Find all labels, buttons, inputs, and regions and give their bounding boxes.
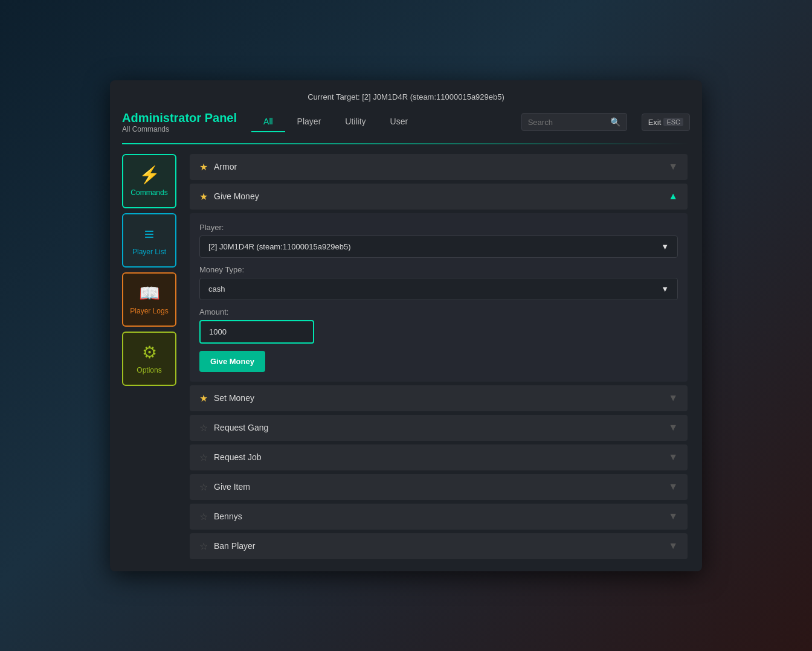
options-icon: ⚙ [142,342,157,362]
command-row-armor[interactable]: ★ Armor ▼ [190,154,688,180]
panel-subtitle: All Commands [122,125,237,133]
admin-panel: Current Target: [2] J0M1D4R (steam:11000… [110,80,702,571]
star-request-gang[interactable]: ☆ [199,422,208,434]
sidebar: ⚡ Commands ≡ Player List 📖 Player Logs ⚙… [122,154,180,559]
chevron-set-money: ▼ [668,393,678,403]
command-row-left-ban-player: ☆ Ban Player [199,540,255,552]
command-row-request-gang[interactable]: ☆ Request Gang ▼ [190,415,688,441]
command-name-request-gang: Request Gang [214,423,268,432]
amount-field: Amount: [199,307,678,344]
money-type-select[interactable]: cash ▼ [199,278,678,300]
command-name-ban-player: Ban Player [214,541,255,551]
commands-label: Commands [130,188,167,197]
tab-all[interactable]: All [251,112,285,132]
chevron-request-job: ▼ [668,452,678,463]
chevron-ban-player: ▼ [668,540,678,551]
panel-header: Administrator Panel All Commands All Pla… [122,111,690,133]
command-row-bennys[interactable]: ☆ Bennys ▼ [190,504,688,530]
give-money-expanded: Player: [2] J0M1D4R (steam:11000015a929e… [190,213,688,382]
search-icon: 🔍 [610,117,620,127]
tab-bar: All Player Utility User [251,112,512,132]
player-label: Player: [199,223,678,232]
star-armor[interactable]: ★ [199,161,208,173]
sidebar-item-options[interactable]: ⚙ Options [122,332,176,386]
command-row-left-bennys: ☆ Bennys [199,511,242,522]
player-list-icon: ≡ [144,225,154,244]
chevron-armor: ▼ [668,161,678,172]
commands-icon: ⚡ [139,165,160,185]
panel-title: Administrator Panel [122,111,237,125]
star-set-money[interactable]: ★ [199,393,208,404]
star-ban-player[interactable]: ☆ [199,540,208,552]
command-name-give-item: Give Item [214,482,250,492]
command-row-left-request-gang: ☆ Request Gang [199,422,268,434]
chevron-bennys: ▼ [668,511,678,522]
command-row-left-request-job: ☆ Request Job [199,452,262,463]
chevron-request-gang: ▼ [668,422,678,433]
star-request-job[interactable]: ☆ [199,452,208,463]
title-block: Administrator Panel All Commands [122,111,237,133]
command-name-request-job: Request Job [214,452,262,462]
command-row-left-set-money: ★ Set Money [199,393,254,404]
player-logs-label: Player Logs [130,307,168,315]
command-row-left-give-money: ★ Give Money [199,191,259,202]
player-logs-icon: 📖 [139,283,160,303]
give-money-button[interactable]: Give Money [199,351,265,372]
sidebar-item-player-logs[interactable]: 📖 Player Logs [122,272,176,327]
player-field: Player: [2] J0M1D4R (steam:11000015a929e… [199,223,678,258]
command-row-ban-player[interactable]: ☆ Ban Player ▼ [190,533,688,559]
content-area: ⚡ Commands ≡ Player List 📖 Player Logs ⚙… [122,154,690,559]
player-select[interactable]: [2] J0M1D4R (steam:11000015a929eb5) ▼ [199,236,678,258]
command-row-set-money[interactable]: ★ Set Money ▼ [190,385,688,411]
command-name-give-money: Give Money [214,191,259,201]
command-name-armor: Armor [214,162,237,172]
star-bennys[interactable]: ☆ [199,511,208,522]
sidebar-item-commands[interactable]: ⚡ Commands [122,154,176,208]
esc-label: ESC [663,118,683,126]
player-select-value: [2] J0M1D4R (steam:11000015a929eb5) [208,242,351,251]
exit-label: Exit [648,118,662,127]
search-input[interactable] [528,118,607,127]
tab-player[interactable]: Player [285,112,334,132]
chevron-give-money: ▲ [668,191,678,202]
tab-utility[interactable]: Utility [333,112,378,132]
command-row-request-job[interactable]: ☆ Request Job ▼ [190,444,688,470]
money-type-chevron-down-icon: ▼ [661,284,669,293]
search-box[interactable]: 🔍 [521,113,627,131]
amount-input[interactable] [199,320,314,344]
command-row-give-money[interactable]: ★ Give Money ▲ [190,184,688,210]
star-give-money[interactable]: ★ [199,191,208,202]
player-list-label: Player List [132,248,166,256]
current-target: Current Target: [2] J0M1D4R (steam:11000… [122,92,690,101]
sidebar-item-player-list[interactable]: ≡ Player List [122,213,176,268]
money-type-field: Money Type: cash ▼ [199,265,678,300]
command-row-left-give-item: ☆ Give Item [199,481,250,493]
command-row-left-armor: ★ Armor [199,161,237,173]
amount-label: Amount: [199,307,678,316]
command-row-give-item[interactable]: ☆ Give Item ▼ [190,474,688,500]
star-give-item[interactable]: ☆ [199,481,208,493]
player-chevron-down-icon: ▼ [661,242,669,251]
tab-user[interactable]: User [378,112,420,132]
money-type-label: Money Type: [199,265,678,274]
underline-bar [122,143,690,144]
command-name-set-money: Set Money [214,393,254,403]
chevron-give-item: ▼ [668,481,678,492]
money-type-value: cash [208,284,225,293]
exit-button[interactable]: Exit ESC [642,114,690,131]
command-name-bennys: Bennys [214,512,242,521]
options-label: Options [137,366,161,374]
commands-list: ★ Armor ▼ ★ Give Money ▲ Player: [2] J0M… [190,154,690,559]
